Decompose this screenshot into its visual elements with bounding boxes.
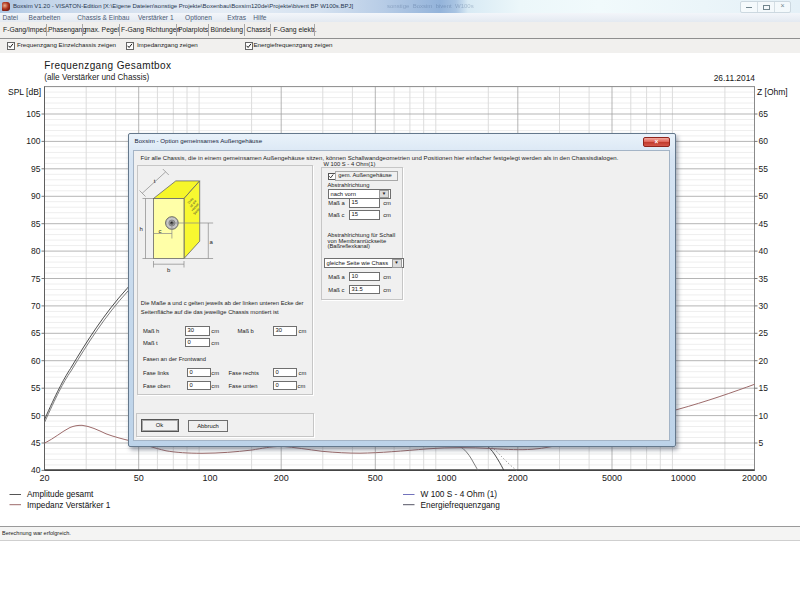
svg-text:50: 50 xyxy=(31,411,41,421)
svg-text:55: 55 xyxy=(31,383,41,393)
svg-text:100: 100 xyxy=(26,136,40,146)
svg-text:5: 5 xyxy=(759,438,764,448)
svg-text:70: 70 xyxy=(31,301,41,311)
svg-text:95: 95 xyxy=(31,164,41,174)
svg-text:90: 90 xyxy=(31,191,41,201)
svg-text:85: 85 xyxy=(31,219,41,229)
svg-text:75: 75 xyxy=(31,274,41,284)
svg-text:SPL [dB]: SPL [dB] xyxy=(8,87,41,97)
svg-text:45: 45 xyxy=(759,219,769,229)
svg-text:100: 100 xyxy=(202,473,217,483)
svg-text:Z [Ohm]: Z [Ohm] xyxy=(757,87,788,97)
svg-text:Energiefrequenzgang: Energiefrequenzgang xyxy=(421,500,501,510)
svg-text:20: 20 xyxy=(759,356,769,366)
svg-text:105: 105 xyxy=(26,109,40,119)
svg-text:10: 10 xyxy=(759,411,769,421)
svg-text:5000: 5000 xyxy=(602,473,622,483)
svg-text:60: 60 xyxy=(759,136,769,146)
svg-text:1000: 1000 xyxy=(437,473,457,483)
svg-text:20: 20 xyxy=(39,473,49,483)
svg-text:55: 55 xyxy=(759,164,769,174)
svg-text:65: 65 xyxy=(759,109,769,119)
svg-text:Amplitude gesamt: Amplitude gesamt xyxy=(27,489,94,499)
svg-text:65: 65 xyxy=(31,328,41,338)
svg-text:20000: 20000 xyxy=(742,473,767,483)
svg-text:200: 200 xyxy=(274,473,289,483)
svg-text:25: 25 xyxy=(759,328,769,338)
svg-text:50: 50 xyxy=(759,191,769,201)
svg-text:10000: 10000 xyxy=(671,473,696,483)
svg-text:40: 40 xyxy=(759,246,769,256)
svg-text:W 100 S - 4 Ohm (1): W 100 S - 4 Ohm (1) xyxy=(421,489,498,499)
svg-text:30: 30 xyxy=(759,301,769,311)
svg-text:60: 60 xyxy=(31,356,41,366)
svg-text:Impedanz Verstärker 1: Impedanz Verstärker 1 xyxy=(27,500,111,510)
svg-text:80: 80 xyxy=(31,246,41,256)
svg-text:500: 500 xyxy=(368,473,383,483)
svg-text:15: 15 xyxy=(759,383,769,393)
svg-text:45: 45 xyxy=(31,438,41,448)
svg-text:50: 50 xyxy=(134,473,144,483)
svg-text:35: 35 xyxy=(759,274,769,284)
svg-text:2000: 2000 xyxy=(508,473,528,483)
